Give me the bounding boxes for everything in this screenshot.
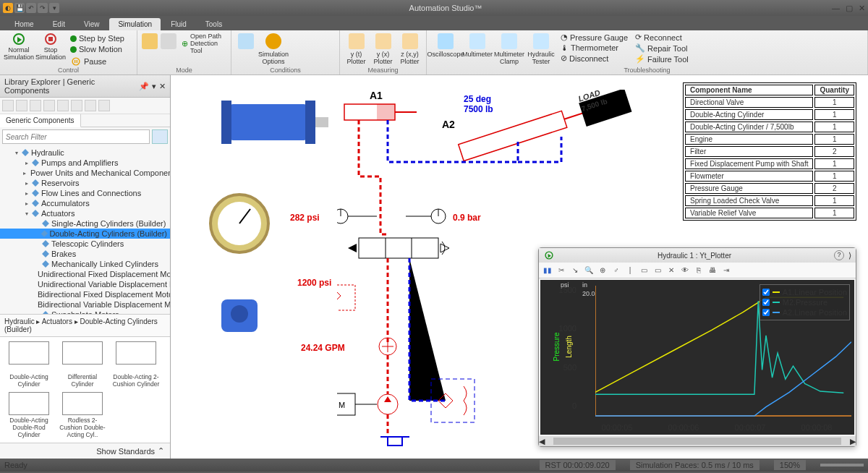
plotter-tool-icon[interactable]: ♂	[610, 265, 622, 276]
plotter-tool-icon[interactable]: ✕	[665, 265, 677, 276]
yx-plotter-button[interactable]: y (x) Plotter	[371, 32, 395, 65]
open-path-detection-button[interactable]: ⊕Open Path Detection Tool	[179, 32, 226, 55]
oscilloscope-button[interactable]: Oscilloscope	[431, 32, 460, 58]
tab-fluid[interactable]: Fluid	[162, 18, 195, 30]
tree-node[interactable]: Double-Acting Cylinders (Builder)	[0, 229, 170, 239]
lib-tool-icon[interactable]	[2, 100, 14, 111]
search-options-icon[interactable]	[152, 129, 168, 144]
tree-node[interactable]: Brakes	[0, 249, 170, 259]
reconnect-btn[interactable]: ⟳Reconnect	[633, 32, 691, 43]
pin-icon[interactable]: 📌	[139, 82, 149, 91]
plotter-tool-icon[interactable]: 🔍	[583, 265, 595, 276]
zoom-slider[interactable]	[820, 464, 864, 466]
tab-view[interactable]: View	[75, 18, 109, 30]
plotter-window[interactable]: Hydraulic 1 : Yt_Plotter ? ⟩ ▮▮ ✂ ↘ 🔍 ⊕ …	[538, 247, 856, 447]
thermometer-btn[interactable]: 🌡Thermometer	[558, 43, 630, 53]
search-input[interactable]	[2, 129, 150, 144]
plotter-pause-icon[interactable]: ▮▮	[542, 265, 553, 276]
plotter-power-icon[interactable]	[545, 251, 553, 259]
plotter-tool-icon[interactable]: ⊕	[597, 265, 608, 276]
tree-node[interactable]: ▸Pumps and Amplifiers	[0, 158, 170, 168]
logo-icon: ◐	[3, 3, 13, 13]
tree-node[interactable]: Unidirectional Variable Displacement Mot…	[0, 279, 170, 289]
normal-simulation-button[interactable]: Normal Simulation	[4, 32, 33, 61]
pressure-gauge-btn[interactable]: ◔Pressure Gauge	[558, 32, 630, 43]
plotter-expand-icon[interactable]: ⟩	[848, 251, 851, 260]
qat-more-icon[interactable]: ▾	[49, 3, 59, 13]
slow-motion-button[interactable]: Slow Motion	[68, 44, 127, 54]
disconnect-btn[interactable]: ⊘Disconnect	[558, 53, 630, 64]
tree-node[interactable]: ▾Actuators	[0, 208, 170, 218]
plotter-help-icon[interactable]: ?	[834, 250, 844, 260]
lib-tool-icon[interactable]	[85, 100, 96, 111]
table-row: Variable Relief Valve1	[685, 208, 854, 218]
plotter-tool-icon[interactable]: ⎘	[693, 265, 705, 276]
label-p3: 1200 psi	[297, 278, 331, 288]
plotter-tool-icon[interactable]: 👁	[679, 265, 691, 276]
yt-plotter-button[interactable]: y (t) Plotter	[344, 32, 368, 65]
tree-node[interactable]: Bidirectional Fixed Displacement Motors	[0, 289, 170, 299]
schematic-canvas[interactable]: M A1 A2 25 deg 7500 lb LOAD7,500 lb 282 …	[171, 75, 868, 459]
generic-components-tab[interactable]: Generic Components	[0, 114, 81, 127]
breadcrumb[interactable]: Hydraulic ▸ Actuators ▸ Double-Acting Cy…	[0, 314, 170, 337]
mode-btn-1[interactable]	[142, 32, 158, 49]
thumbnail[interactable]: Rodless 2-Cushion Double-Acting Cyl..	[56, 391, 109, 440]
tree-node[interactable]: Unidirectional Fixed Displacement Motors	[0, 269, 170, 279]
thumbnail[interactable]: Double-Acting Cylinder	[3, 340, 55, 389]
tree-node[interactable]: Bidirectional Variable Displacement Moto…	[0, 299, 170, 310]
lib-tool-icon[interactable]	[30, 100, 41, 111]
step-by-step-button[interactable]: Step by Step	[68, 33, 127, 43]
tree-node[interactable]: Telescopic Cylinders	[0, 239, 170, 249]
tree-node[interactable]: Single-Acting Cylinders (Builder)	[0, 218, 170, 229]
plotter-tool-icon[interactable]: ▭	[638, 265, 650, 276]
plotter-tool-icon[interactable]: ✂	[556, 265, 567, 276]
lib-tool-icon[interactable]	[57, 100, 69, 111]
multimeter-button[interactable]: Multimeter	[463, 32, 492, 58]
plotter-tool-icon[interactable]: ▭	[652, 265, 663, 276]
multimeter-clamp-button[interactable]: Multimeter Clamp	[495, 32, 524, 65]
show-standards-button[interactable]: Show Standards⌃	[0, 443, 170, 459]
close-icon[interactable]: ✕	[859, 4, 865, 13]
tree-node[interactable]: ▸Flow Lines and Connections	[0, 188, 170, 198]
plotter-tool-icon[interactable]: 🖶	[707, 265, 718, 276]
close-panel-icon[interactable]: ✕	[159, 82, 166, 91]
qat-redo-icon[interactable]: ↷	[38, 3, 48, 13]
minimize-icon[interactable]: —	[832, 4, 840, 13]
qat-save-icon[interactable]: 💾	[14, 3, 25, 13]
lib-tool-icon[interactable]	[16, 100, 27, 111]
thumbnail[interactable]: Double-Acting 2-Cushion Cylinder	[110, 340, 162, 389]
label-a1: A1	[370, 90, 383, 101]
svg-point-8	[231, 305, 248, 323]
tab-edit[interactable]: Edit	[44, 18, 74, 30]
zxy-plotter-button[interactable]: z (x,y) Plotter	[398, 32, 422, 65]
cond-btn[interactable]	[236, 32, 256, 49]
status-zoom[interactable]: 150%	[774, 460, 806, 470]
lib-tool-icon[interactable]	[98, 100, 110, 111]
lib-tool-icon[interactable]	[71, 100, 82, 111]
tree-node[interactable]: ▾Hydraulic	[0, 148, 170, 158]
plotter-tool-icon[interactable]: ↘	[569, 265, 581, 276]
stop-simulation-button[interactable]: Stop Simulation	[36, 32, 65, 61]
repair-tool-btn[interactable]: 🔧Repair Tool	[633, 43, 691, 54]
tree-node[interactable]: Mechanically Linked Cylinders	[0, 259, 170, 269]
hydraulic-tester-button[interactable]: Hydraulic Tester	[527, 32, 556, 65]
thumbnail[interactable]: Double-Acting Double-Rod Cylinder	[3, 391, 55, 440]
plotter-tool-icon[interactable]: |	[624, 265, 636, 276]
simulation-options-button[interactable]: Simulation Options	[259, 32, 288, 65]
tree-node[interactable]: ▸Reservoirs	[0, 178, 170, 188]
tab-tools[interactable]: Tools	[197, 18, 231, 30]
tree-node[interactable]: ▸Power Units and Mechanical Components	[0, 168, 170, 178]
thumbnail[interactable]: Differential Cylinder	[56, 340, 109, 389]
tab-simulation[interactable]: Simulation	[109, 18, 161, 30]
qat-undo-icon[interactable]: ↶	[26, 3, 36, 13]
dropdown-icon[interactable]: ▾	[152, 82, 156, 91]
plotter-scrollbar[interactable]: ◀▶	[539, 436, 856, 446]
lib-tool-icon[interactable]	[43, 100, 55, 111]
tab-home[interactable]: Home	[6, 18, 43, 30]
maximize-icon[interactable]: ▢	[846, 4, 853, 13]
tree-node[interactable]: ▸Accumulators	[0, 198, 170, 208]
component-tree[interactable]: ▾Hydraulic▸Pumps and Amplifiers▸Power Un…	[0, 146, 170, 314]
plotter-tool-icon[interactable]: ⇥	[720, 265, 732, 276]
mode-btn-2[interactable]	[161, 32, 176, 49]
failure-tool-btn[interactable]: ⚡Failure Tool	[633, 54, 691, 64]
